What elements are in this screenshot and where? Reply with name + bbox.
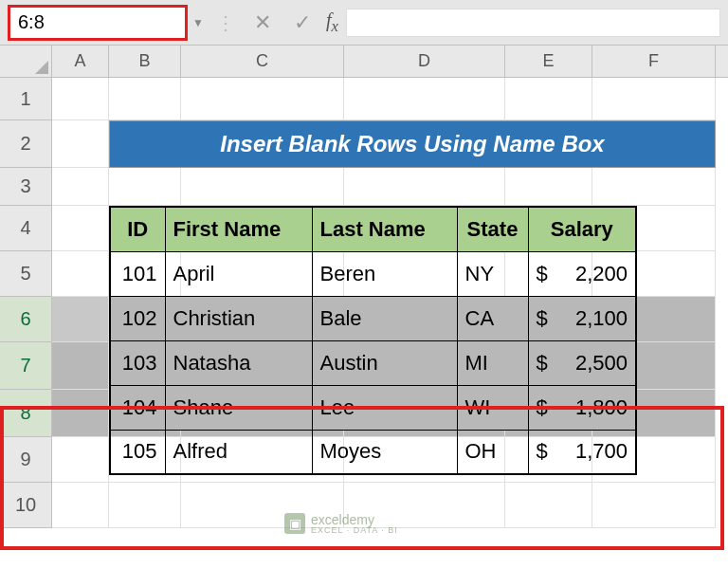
th-state[interactable]: State [457, 207, 528, 251]
th-first-name[interactable]: First Name [165, 207, 312, 251]
formula-bar: 6:8 ▼ ⋮ ✕ ✓ fx [0, 0, 728, 46]
cell-state[interactable]: NY [457, 251, 528, 296]
cancel-icon[interactable]: ✕ [243, 9, 282, 37]
row-header-1[interactable]: 1 [0, 78, 52, 120]
table-row[interactable]: 101AprilBerenNY$2,200 [110, 251, 636, 296]
data-table: ID First Name Last Name State Salary 101… [109, 206, 637, 475]
cell-last-name[interactable]: Lee [312, 385, 457, 430]
cell-first-name[interactable]: April [165, 251, 312, 296]
cell-salary[interactable]: $1,800 [528, 385, 636, 430]
grid[interactable]: 1 2 3 4 5 6 7 8 9 10 Insert Blank Rows U… [0, 78, 728, 528]
cell-last-name[interactable]: Moyes [312, 430, 457, 474]
cell-first-name[interactable]: Shane [165, 385, 312, 430]
cell-last-name[interactable]: Bale [312, 296, 457, 340]
table-row[interactable]: 102ChristianBaleCA$2,100 [110, 296, 636, 340]
enter-icon[interactable]: ✓ [282, 9, 322, 37]
table-row[interactable]: 104ShaneLeeWI$1,800 [110, 385, 636, 430]
name-box-dropdown-icon[interactable]: ▼ [188, 16, 209, 29]
col-header-B[interactable]: B [109, 46, 181, 77]
column-headers: A B C D E F [52, 46, 728, 78]
col-header-E[interactable]: E [505, 46, 592, 77]
row-header-7[interactable]: 7 [0, 342, 52, 390]
col-header-D[interactable]: D [344, 46, 505, 77]
table-row[interactable]: 103NatashaAustinMI$2,500 [110, 340, 636, 385]
row-header-6[interactable]: 6 [0, 297, 52, 342]
formula-input[interactable] [346, 9, 720, 37]
cell-first-name[interactable]: Alfred [165, 430, 312, 474]
cell-id[interactable]: 103 [110, 340, 165, 385]
cell-salary[interactable]: $2,100 [528, 296, 636, 340]
cell-id[interactable]: 102 [110, 296, 165, 340]
watermark-logo-icon: ▣ [284, 513, 305, 534]
row-header-3[interactable]: 3 [0, 168, 52, 206]
row-header-9[interactable]: 9 [0, 437, 52, 483]
cell-id[interactable]: 104 [110, 385, 165, 430]
th-last-name[interactable]: Last Name [312, 207, 457, 251]
cell-state[interactable]: WI [457, 385, 528, 430]
divider-icon: ⋮ [216, 11, 235, 34]
cell-id[interactable]: 105 [110, 430, 165, 474]
cell-salary[interactable]: $1,700 [528, 430, 636, 474]
name-box-value: 6:8 [18, 11, 45, 33]
table-row[interactable]: 105AlfredMoyesOH$1,700 [110, 430, 636, 474]
fx-icon[interactable]: fx [326, 9, 338, 36]
watermark-tagline: EXCEL · DATA · BI [311, 525, 398, 535]
watermark: ▣ exceldemy EXCEL · DATA · BI [284, 512, 398, 535]
cell-last-name[interactable]: Austin [312, 340, 457, 385]
col-header-C[interactable]: C [181, 46, 344, 77]
th-id[interactable]: ID [110, 207, 165, 251]
cell-last-name[interactable]: Beren [312, 251, 457, 296]
name-box[interactable]: 6:8 [8, 5, 188, 41]
page-title: Insert Blank Rows Using Name Box [109, 120, 716, 168]
cell-id[interactable]: 101 [110, 251, 165, 296]
cell-salary[interactable]: $2,500 [528, 340, 636, 385]
row-header-10[interactable]: 10 [0, 483, 52, 528]
row-header-4[interactable]: 4 [0, 206, 52, 251]
row-header-2[interactable]: 2 [0, 120, 52, 168]
col-header-A[interactable]: A [52, 46, 109, 77]
cell-salary[interactable]: $2,200 [528, 251, 636, 296]
cell-state[interactable]: OH [457, 430, 528, 474]
cell-first-name[interactable]: Christian [165, 296, 312, 340]
th-salary[interactable]: Salary [528, 207, 636, 251]
row-header-5[interactable]: 5 [0, 251, 52, 297]
cell-first-name[interactable]: Natasha [165, 340, 312, 385]
cell-state[interactable]: CA [457, 296, 528, 340]
row-header-8[interactable]: 8 [0, 390, 52, 437]
cell-state[interactable]: MI [457, 340, 528, 385]
table-header-row: ID First Name Last Name State Salary [110, 207, 636, 251]
select-all-corner[interactable] [0, 46, 52, 78]
worksheet: A B C D E F 1 2 3 4 5 6 7 8 9 10 Insert … [0, 46, 728, 528]
col-header-F[interactable]: F [592, 46, 716, 77]
